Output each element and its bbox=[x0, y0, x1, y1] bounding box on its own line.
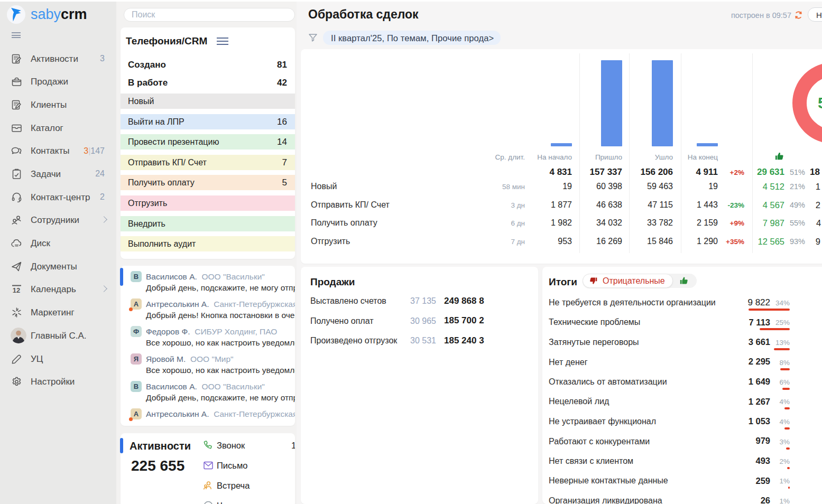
svg-text:12: 12 bbox=[13, 286, 20, 294]
